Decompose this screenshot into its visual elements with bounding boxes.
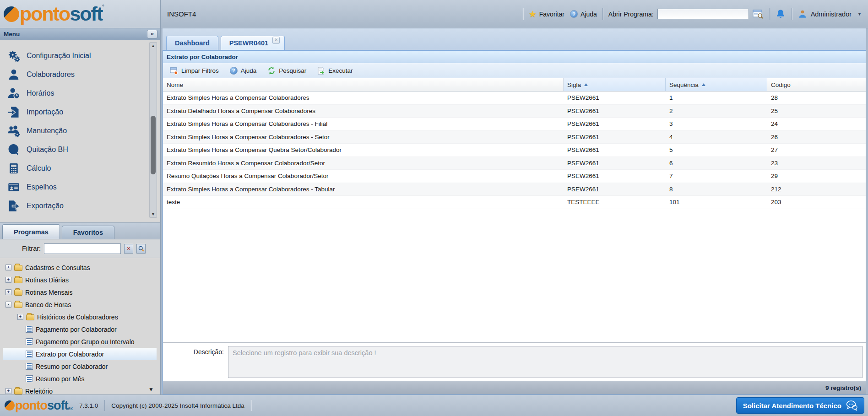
search-button[interactable]: Pesquisar xyxy=(263,65,310,76)
request-support-button[interactable]: Solicitar Atendimento Técnico xyxy=(736,397,864,414)
table-row[interactable]: Extrato Simples Horas a Compensar Quebra… xyxy=(163,144,866,157)
column-header-sequencia[interactable]: Sequência xyxy=(666,78,767,91)
column-header-codigo[interactable]: Código xyxy=(767,78,866,91)
description-section: Descrição: xyxy=(163,342,866,381)
cell-nome: Extrato Simples Horas a Compensar Colabo… xyxy=(163,92,564,104)
pontosoft-globe-icon xyxy=(4,6,19,22)
menu-item-label: Espelhos xyxy=(27,183,57,191)
table-row[interactable]: Extrato Simples Horas a Compensar Colabo… xyxy=(163,183,866,196)
menu-item-horarios[interactable]: Horários xyxy=(7,84,144,103)
description-textarea[interactable] xyxy=(228,346,863,378)
column-header-sigla[interactable]: Sigla xyxy=(564,78,666,91)
program-panel: Extrato por Colaborador Limpar Filtros ?… xyxy=(163,50,866,394)
expand-icon[interactable]: + xyxy=(5,265,11,270)
tree-scroll-down-icon[interactable]: ▼ xyxy=(148,386,154,393)
tree-item-cadastros-e-consultas[interactable]: + Cadastros e Consultas xyxy=(3,261,160,274)
button-label: Pesquisar xyxy=(279,67,306,74)
tree-item-label: Pagamento por Colaborador xyxy=(36,326,117,333)
separator xyxy=(104,400,105,411)
logo-panel: pontosoft° xyxy=(0,0,161,28)
open-program-group: Abrir Programa: xyxy=(608,9,764,19)
person-clock-icon xyxy=(7,86,21,100)
logo-ponto: ponto xyxy=(20,3,70,25)
tree-item-rotinas-diarias[interactable]: + Rotinas Diárias xyxy=(3,274,160,286)
tree-item-banco-de-horas[interactable]: - Banco de Horas xyxy=(3,298,160,311)
separator xyxy=(251,400,251,411)
filter-search-button[interactable] xyxy=(136,244,146,254)
tree-item-resumo-por-colaborador[interactable]: Resumo por Colaborador xyxy=(3,360,160,373)
version-label: 7.3.1.0 xyxy=(79,402,98,409)
tree-item-rotinas-mensais[interactable]: + Rotinas Mensais xyxy=(3,286,160,298)
menu-item-espelhos[interactable]: Espelhos xyxy=(7,178,144,196)
export-icon xyxy=(7,199,21,213)
menu-item-calculo[interactable]: Cálculo xyxy=(7,159,144,178)
collapse-menu-button[interactable]: « xyxy=(147,30,157,38)
menu-header: Menu « xyxy=(0,28,160,40)
menu-item-importacao[interactable]: Importação xyxy=(7,103,144,121)
tree-item-resumo-por-mes[interactable]: Resumo por Mês xyxy=(3,373,160,385)
toolbar: Limpar Filtros ? Ajuda Pesquisar Executa… xyxy=(163,63,866,78)
favorite-label: Favoritar xyxy=(539,11,564,18)
chat-bubbles-icon xyxy=(846,400,857,411)
tab-psewr0401[interactable]: PSEWR0401 ✕ xyxy=(221,36,285,50)
close-tab-icon[interactable]: ✕ xyxy=(272,37,280,44)
table-row[interactable]: Extrato Resumido Horas a Compensar Colab… xyxy=(163,157,866,170)
menu-item-configuracao-inicial[interactable]: Configuração Inicial xyxy=(7,46,144,65)
program-lookup-icon[interactable] xyxy=(753,9,764,19)
tree-item-label: Resumo por Mês xyxy=(36,375,85,383)
tree-item-historicos-de-colaboradores[interactable]: + Históricos de Colaboradores xyxy=(3,311,160,323)
cell-nome: Extrato Simples Horas a Compensar Colabo… xyxy=(163,183,564,196)
execute-button[interactable]: Executar xyxy=(313,65,357,76)
tree-item-extrato-por-colaborador[interactable]: Extrato por Colaborador xyxy=(3,348,157,360)
help-label: Ajuda xyxy=(580,11,597,18)
tree-item-pagamento-por-grupo-ou-intervalo[interactable]: Pagamento por Grupo ou Intervalo xyxy=(3,335,160,348)
tab-label: PSEWR0401 xyxy=(229,39,268,47)
expand-icon[interactable]: + xyxy=(5,289,11,295)
chevron-down-icon: ▼ xyxy=(857,12,862,16)
column-header-nome[interactable]: Nome xyxy=(163,78,564,91)
program-icon xyxy=(26,375,33,382)
tree-item-refeitorio[interactable]: + Refeitório xyxy=(3,385,160,394)
table-row[interactable]: Extrato Simples Horas a Compensar Colabo… xyxy=(163,131,866,144)
filter-clear-button[interactable]: ✕ xyxy=(124,244,133,254)
main-area: Dashboard PSEWR0401 ✕ Extrato por Colabo… xyxy=(161,28,868,394)
table-row[interactable]: teste TESTEEEE 101 203 xyxy=(163,196,866,209)
menu-item-manutencao[interactable]: Manutenção xyxy=(7,121,144,140)
expand-icon[interactable]: + xyxy=(5,388,11,394)
menu-item-colaboradores[interactable]: Colaboradores xyxy=(7,65,144,84)
table-row[interactable]: Resumo Quitações Horas a Compensar Colab… xyxy=(163,170,866,183)
menu-item-quitacao-bh[interactable]: Quitação BH xyxy=(7,140,144,159)
favorite-button[interactable]: ★ Favoritar xyxy=(529,9,564,19)
table-row[interactable]: Extrato Detalhado Horas a Compensar Cola… xyxy=(163,105,866,118)
table-row[interactable]: Extrato Simples Horas a Compensar Colabo… xyxy=(163,118,866,131)
menu-scrollbar[interactable]: ▲ ▼ xyxy=(149,42,157,218)
help-button[interactable]: ? Ajuda xyxy=(570,10,597,18)
id-card-icon xyxy=(7,180,21,194)
tab-dashboard[interactable]: Dashboard xyxy=(166,36,218,50)
scroll-down-icon[interactable]: ▼ xyxy=(150,212,157,216)
open-program-input[interactable] xyxy=(657,9,749,19)
menu-item-label: Exportação xyxy=(27,202,64,210)
menu-item-label: Horários xyxy=(27,89,54,97)
cell-sequencia: 2 xyxy=(666,105,767,118)
clear-filters-button[interactable]: Limpar Filtros xyxy=(166,65,223,76)
cell-sequencia: 1 xyxy=(666,92,767,104)
user-menu[interactable]: Administrador ▼ xyxy=(797,9,862,19)
collapse-icon[interactable]: - xyxy=(5,302,11,308)
notifications-bell-icon[interactable] xyxy=(775,9,786,20)
scroll-up-icon[interactable]: ▲ xyxy=(150,43,157,48)
tab-favoritos[interactable]: Favoritos xyxy=(62,226,114,239)
middle-region: Menu « Configuração Inicial Colaboradore… xyxy=(0,28,868,394)
star-icon: ★ xyxy=(529,9,537,19)
expand-icon[interactable]: + xyxy=(5,277,11,283)
expand-icon[interactable]: + xyxy=(17,314,23,320)
grid-status-bar: 9 registro(s) xyxy=(163,381,866,394)
scrollbar-thumb[interactable] xyxy=(151,116,156,174)
filter-input[interactable] xyxy=(44,243,121,254)
search-icon xyxy=(138,246,144,252)
tree-item-pagamento-por-colaborador[interactable]: Pagamento por Colaborador xyxy=(3,323,160,335)
menu-item-exportacao[interactable]: Exportação xyxy=(7,196,144,215)
toolbar-help-button[interactable]: ? Ajuda xyxy=(226,65,261,76)
tab-programas[interactable]: Programas xyxy=(2,224,60,239)
table-row[interactable]: Extrato Simples Horas a Compensar Colabo… xyxy=(163,92,866,105)
